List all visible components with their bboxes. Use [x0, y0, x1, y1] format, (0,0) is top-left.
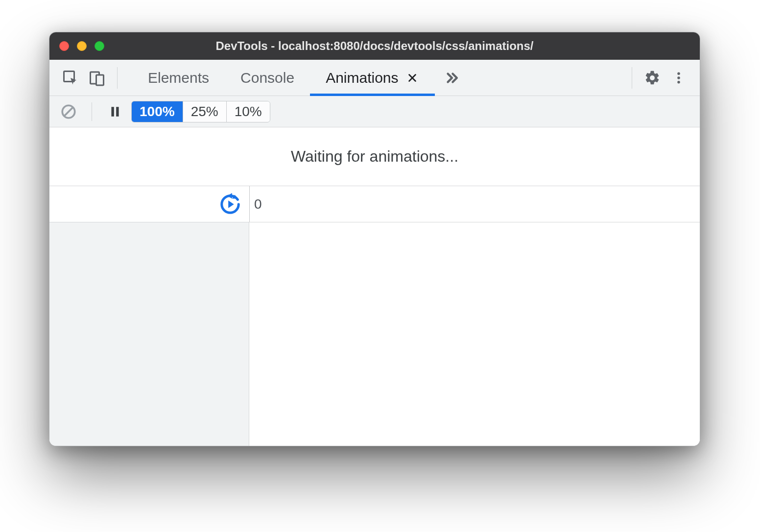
gear-icon — [644, 70, 661, 86]
speed-label: 100% — [140, 104, 175, 120]
window-title: DevTools - localhost:8080/docs/devtools/… — [49, 39, 700, 53]
clear-icon — [60, 103, 77, 120]
timeline-canvas[interactable] — [249, 222, 700, 446]
chevron-right-double-icon — [444, 70, 460, 86]
playback-speed-group: 100% 25% 10% — [131, 101, 270, 122]
pause-icon — [109, 105, 121, 118]
timeline-header: 0 — [49, 186, 700, 222]
speed-100-button[interactable]: 100% — [132, 101, 183, 122]
settings-button[interactable] — [639, 65, 665, 91]
tab-elements[interactable]: Elements — [132, 60, 225, 96]
timeline-zero-label: 0 — [254, 196, 262, 212]
more-menu-button[interactable] — [665, 65, 692, 91]
timeline-playhead[interactable] — [249, 186, 250, 222]
titlebar: DevTools - localhost:8080/docs/devtools/… — [49, 32, 700, 60]
pause-button[interactable] — [104, 100, 126, 123]
close-tab-icon[interactable] — [405, 71, 419, 85]
svg-rect-8 — [116, 107, 119, 117]
toolbar-divider — [92, 102, 92, 121]
more-tabs-button[interactable] — [435, 60, 469, 96]
toolbar-divider — [117, 67, 118, 89]
device-toggle-icon[interactable] — [84, 65, 110, 91]
timeline-controls — [49, 186, 249, 222]
svg-rect-7 — [111, 107, 114, 117]
main-toolbar: Elements Console Animations — [49, 60, 700, 96]
svg-point-5 — [677, 81, 680, 84]
clear-button[interactable] — [57, 100, 80, 123]
svg-rect-2 — [96, 75, 104, 85]
speed-25-button[interactable]: 25% — [183, 101, 227, 122]
animations-workspace — [49, 222, 700, 446]
speed-label: 25% — [191, 104, 218, 120]
window-controls — [59, 41, 104, 51]
tab-label: Console — [240, 70, 294, 86]
svg-point-4 — [677, 76, 680, 79]
fullscreen-window-button[interactable] — [95, 41, 104, 51]
inspect-element-icon[interactable] — [57, 65, 84, 91]
svg-point-3 — [677, 72, 680, 75]
tab-label: Animations — [326, 70, 398, 86]
tab-console[interactable]: Console — [225, 60, 310, 96]
replay-icon — [219, 193, 241, 216]
replay-button[interactable] — [219, 193, 241, 216]
waiting-text: Waiting for animations... — [291, 147, 458, 166]
speed-label: 10% — [235, 104, 262, 120]
tab-label: Elements — [148, 70, 209, 86]
animations-toolbar: 100% 25% 10% — [49, 96, 700, 127]
minimize-window-button[interactable] — [77, 41, 87, 51]
speed-10-button[interactable]: 10% — [227, 101, 270, 122]
animation-groups-sidebar — [49, 222, 249, 446]
close-window-button[interactable] — [59, 41, 69, 51]
waiting-banner: Waiting for animations... — [49, 127, 700, 186]
toolbar-right — [625, 65, 692, 91]
tab-animations[interactable]: Animations — [310, 60, 434, 96]
devtools-window: DevTools - localhost:8080/docs/devtools/… — [49, 32, 700, 446]
toolbar-divider — [632, 67, 632, 89]
kebab-icon — [671, 71, 686, 85]
panel-tabs: Elements Console Animations — [132, 60, 625, 96]
